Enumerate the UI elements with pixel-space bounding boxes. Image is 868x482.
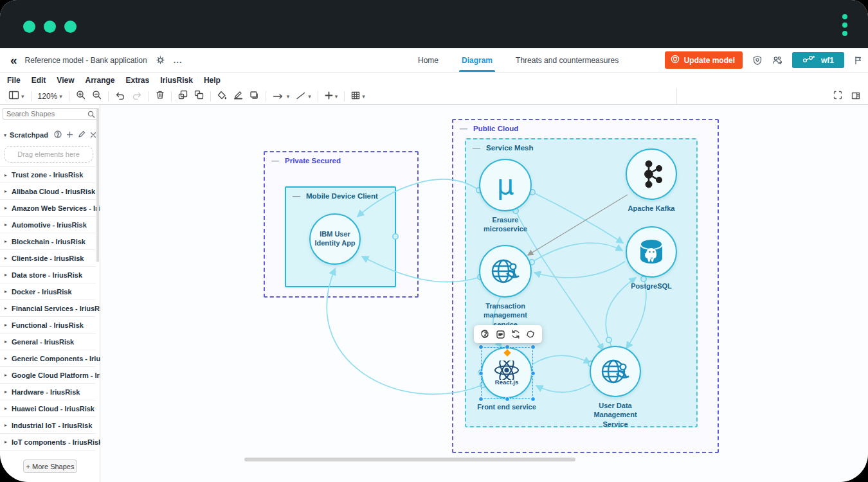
edge-front-end-service-to-user-data-management-service[interactable] xyxy=(532,355,590,364)
toolbar-zoom-out-icon[interactable] xyxy=(89,89,105,103)
shape-section-financial-services[interactable]: ▸ Financial Services - IriusRisk xyxy=(0,300,96,317)
update-model-button[interactable]: Update model xyxy=(665,51,743,69)
document-title: Reference model - Bank application xyxy=(25,56,147,65)
toolbar-zoom-level[interactable]: 120%▾ xyxy=(35,91,66,102)
menu-view[interactable]: View xyxy=(55,75,76,86)
flag-icon[interactable] xyxy=(854,56,863,65)
close-icon[interactable] xyxy=(90,129,96,141)
sidebar-scrollbar[interactable] xyxy=(96,108,99,262)
back-icon[interactable]: « xyxy=(10,54,16,66)
node-postgresql[interactable] xyxy=(626,226,677,278)
toolbar-delete-icon[interactable] xyxy=(152,89,168,103)
edge-erasure-microservice-to-postgresql[interactable] xyxy=(532,192,623,243)
refresh-icon[interactable] xyxy=(508,326,523,342)
traffic-light-icon[interactable] xyxy=(44,21,56,33)
traffic-light-icon[interactable] xyxy=(23,21,35,33)
notes-icon[interactable] xyxy=(493,326,509,342)
node-transaction-management-service[interactable] xyxy=(479,245,532,298)
shape-section-alibaba-cloud[interactable]: ▸ Alibaba Cloud - IriusRisk xyxy=(0,183,96,200)
node-ibm-user-identity-app[interactable]: IBM User Identity App xyxy=(309,213,361,265)
format-panel-icon[interactable] xyxy=(851,91,860,102)
diagram-canvas[interactable]: — Public Cloud— Service Mesh— Private Se… xyxy=(100,105,868,482)
menu-edit[interactable]: Edit xyxy=(30,75,48,86)
shape-section-general[interactable]: ▸ General - IriusRisk xyxy=(0,334,96,350)
edit-pencil-icon[interactable] xyxy=(78,129,86,141)
toolbar-shadow-icon[interactable] xyxy=(246,89,262,103)
workflow-wf1-button[interactable]: wf1 xyxy=(792,52,844,68)
toolbar-undo-icon[interactable] xyxy=(112,89,129,103)
shape-section-automotive[interactable]: ▸ Automotive - IriusRisk xyxy=(0,217,96,233)
selection-handle[interactable] xyxy=(478,397,484,402)
more-shapes-button[interactable]: + More Shapes xyxy=(23,460,77,473)
selection-handle[interactable] xyxy=(505,397,510,402)
edge-transaction-management-service-to-postgresql[interactable] xyxy=(532,243,622,262)
selection-handle[interactable] xyxy=(478,344,484,350)
edge-erasure-microservice-to-ibm-user-identity-app[interactable] xyxy=(357,179,479,217)
menu-file[interactable]: File xyxy=(5,75,23,86)
menu-iriusrisk[interactable]: IriusRisk xyxy=(158,75,195,86)
toolbar: ▾120%▾▾▾▾▾ xyxy=(0,88,868,105)
kebab-menu-icon[interactable] xyxy=(842,14,847,36)
shape-section-data-store[interactable]: ▸ Data store - IriusRisk xyxy=(0,267,96,283)
chevron-right-icon: ▸ xyxy=(5,439,7,445)
more-options-icon[interactable]: ... xyxy=(174,55,183,65)
node-apache-kafka[interactable] xyxy=(626,148,677,200)
tab-diagram[interactable]: Diagram xyxy=(462,48,493,72)
scratchpad-dropzone[interactable]: Drag elements here xyxy=(4,146,93,163)
tab-home[interactable]: Home xyxy=(418,48,439,72)
search-shapes-input[interactable] xyxy=(3,108,98,120)
selection-handle[interactable] xyxy=(530,371,536,376)
shape-section-amazon-web-services[interactable]: ▸ Amazon Web Services - IriusRisk xyxy=(0,200,96,217)
traffic-lights xyxy=(23,21,77,33)
node-erasure-microservice[interactable]: μ xyxy=(479,159,532,211)
shape-section-iot-components[interactable]: ▸ IoT components - IriusRisk xyxy=(0,434,96,451)
tag-icon[interactable] xyxy=(523,326,539,342)
settings-gear-icon[interactable] xyxy=(156,56,165,64)
traffic-light-icon[interactable] xyxy=(64,21,77,33)
shield-icon xyxy=(671,55,680,66)
menu-arrange[interactable]: Arrange xyxy=(83,75,116,86)
selection-handle[interactable] xyxy=(530,397,536,402)
chevron-down-icon[interactable]: ▾ xyxy=(4,132,6,138)
toolbar-diagram-view-icon[interactable]: ▾ xyxy=(5,89,28,103)
toolbar-fill-color-icon[interactable] xyxy=(214,89,230,103)
toolbar-to-back-icon[interactable] xyxy=(191,89,207,103)
shape-section-functional[interactable]: ▸ Functional - IriusRisk xyxy=(0,317,96,334)
toolbar-line-color-icon[interactable] xyxy=(230,89,246,103)
shield-badge-icon[interactable] xyxy=(752,55,763,66)
user-roles-icon[interactable] xyxy=(772,55,782,66)
edge-postgresql-to-transaction-management-service[interactable] xyxy=(534,262,625,278)
toolbar-to-front-icon[interactable] xyxy=(175,89,191,103)
selection-handle[interactable] xyxy=(530,344,536,350)
toolbar-waypoints-icon[interactable]: ▾ xyxy=(293,89,314,103)
fullscreen-icon[interactable] xyxy=(833,91,842,102)
threats-icon[interactable] xyxy=(478,326,493,342)
shape-section-client-side[interactable]: ▸ Client-side - IriusRisk xyxy=(0,250,96,267)
node-user-data-management-service[interactable] xyxy=(590,346,641,397)
toolbar-separator xyxy=(171,91,172,102)
shape-section-google-cloud-platform[interactable]: ▸ Google Cloud Platform - IriusRisk xyxy=(0,367,96,384)
canvas-horizontal-scrollbar[interactable] xyxy=(244,458,575,461)
help-icon[interactable] xyxy=(54,129,62,141)
toolbar-insert-icon[interactable]: ▾ xyxy=(321,89,341,103)
toolbar-connection-icon[interactable]: ▾ xyxy=(269,89,293,103)
toolbar-zoom-in-icon[interactable] xyxy=(73,89,89,103)
shape-section-hardware[interactable]: ▸ Hardware - IriusRisk xyxy=(0,384,96,400)
edge-endpoint-dot[interactable] xyxy=(393,234,398,239)
shape-section-industrial-iot[interactable]: ▸ Industrial IoT - IriusRisk xyxy=(0,417,96,434)
edge-transaction-management-service-to-ibm-user-identity-app[interactable] xyxy=(362,256,480,282)
tab-threats-and-countermeasures[interactable]: Threats and countermeasures xyxy=(516,48,619,72)
menu-help[interactable]: Help xyxy=(202,75,222,86)
shape-section-docker[interactable]: ▸ Docker - IriusRisk xyxy=(0,283,96,300)
edge-front-end-service-to-ibm-user-identity-app[interactable] xyxy=(327,269,483,394)
selection-handle[interactable] xyxy=(478,371,484,376)
shape-section-trust-zone[interactable]: ▸ Trust zone - IriusRisk xyxy=(0,166,96,183)
menu-extras[interactable]: Extras xyxy=(124,75,152,86)
shape-section-blockchain[interactable]: ▸ Blockchain - IriusRisk xyxy=(0,233,96,250)
edge-user-data-management-service-to-front-end-service[interactable] xyxy=(536,384,590,393)
shape-section-huawei-cloud[interactable]: ▸ Huawei Cloud - IriusRisk xyxy=(0,400,96,417)
edge-endpoint-dot[interactable] xyxy=(606,337,611,343)
add-icon[interactable] xyxy=(66,129,73,141)
shape-section-generic-components[interactable]: ▸ Generic Components - IriusRisk xyxy=(0,350,96,367)
toolbar-table-icon[interactable]: ▾ xyxy=(348,89,368,103)
